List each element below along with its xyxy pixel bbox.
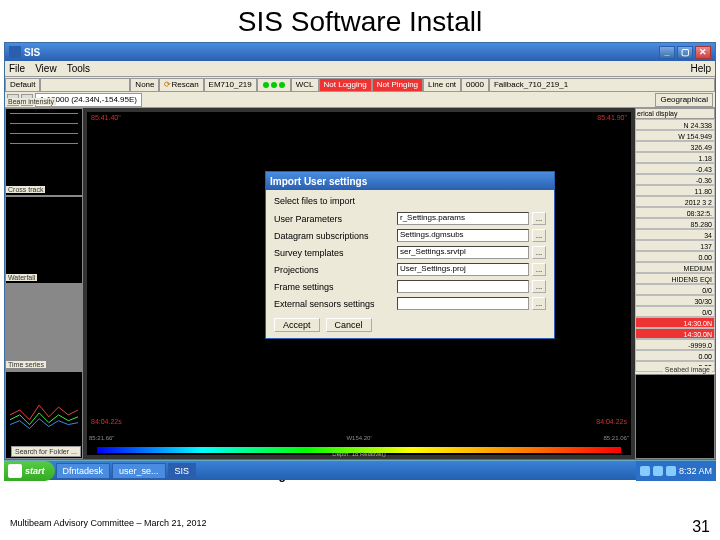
numerical-value: 30/30 [635,295,715,306]
waterfall-panel[interactable]: Waterfall [5,284,83,372]
field-label: User Parameters [274,214,394,224]
field-label: External sensors settings [274,299,394,309]
coord-bl: 84:04.22s [91,418,122,425]
app-icon [9,46,21,58]
numerical-value: -9999.0 [635,339,715,350]
menu-help[interactable]: Help [690,63,711,74]
accept-button[interactable]: Accept [274,318,320,332]
taskbar-item[interactable]: user_se... [112,463,166,479]
status-gap [40,78,130,92]
menu-view[interactable]: View [35,63,57,74]
import-user-settings-dialog: Import User settings Select files to imp… [265,171,555,339]
start-button[interactable]: start [4,461,55,481]
seabed-image-panel[interactable]: Seabed image [635,374,715,459]
secondary-toolbar: 1 10000 (24.34N,-154.95E) Geographical [5,92,715,108]
field-label: Frame settings [274,282,394,292]
taskbar: start Dfntadeskuser_se...SIS 8:32 AM [4,460,716,480]
window-title: SIS [24,47,40,58]
maximize-button[interactable]: ▢ [677,46,693,59]
numerical-value: 0/0 [635,306,715,317]
coord-tr: 85:41.90" [597,114,627,121]
depth-label: Depth: 18 Relative() [332,451,385,457]
menu-tools[interactable]: Tools [67,63,90,74]
tray-icon[interactable] [640,466,650,476]
numerical-value: 137 [635,240,715,251]
numerical-value: MEDIUM [635,262,715,273]
panel-title: erical display [635,108,715,119]
file-field[interactable]: Settings.dgmsubs [397,229,529,242]
browse-button[interactable]: ... [532,280,546,293]
browse-button[interactable]: ... [532,263,546,276]
sis-app-window: SIS _ ▢ ✕ File View Tools Help Default N… [4,42,716,460]
footer-left: Multibeam Advisory Committee – March 21,… [10,518,207,536]
status-not-logging[interactable]: Not Logging [319,78,372,92]
numerical-value: -0.43 [635,163,715,174]
status-bar: Default None ⟳Rescan EM710_219 WCL Not L… [5,76,715,92]
field-label: Datagram subscriptions [274,231,394,241]
status-wcl[interactable]: WCL [291,78,319,92]
page-number: 31 [692,518,710,536]
numerical-value: 0.00 [635,251,715,262]
taskbar-item[interactable]: Dfntadesk [56,463,111,479]
dialog-row: Frame settings... [274,278,546,295]
numerical-display-panel: erical display N 24.338W 154.949326.491.… [635,108,715,459]
beam-intensity-panel[interactable]: Beam intensity [5,108,83,196]
browse-button[interactable]: ... [532,229,546,242]
tray-icon[interactable] [653,466,663,476]
status-rescan[interactable]: ⟳Rescan [159,78,203,92]
windows-logo-icon [8,464,22,478]
file-field[interactable] [397,297,529,310]
dialog-row: External sensors settings... [274,295,546,312]
status-not-pinging[interactable]: Not Pinging [372,78,423,92]
numerical-value: W 154.949 [635,130,715,141]
left-pane: Beam intensity Cross track Waterfall Tim… [5,108,83,459]
browse-button[interactable]: ... [532,297,546,310]
status-survey[interactable]: EM710_219 [204,78,257,92]
panel-title: Waterfall [6,274,37,281]
status-default[interactable]: Default [5,78,40,92]
numerical-value: 0.00 [635,350,715,361]
status-leds [257,78,291,92]
tray-icon[interactable] [666,466,676,476]
numerical-value: 2012 3 2 [635,196,715,207]
minimize-button[interactable]: _ [659,46,675,59]
numerical-value: N 24.338 [635,119,715,130]
dialog-row: Survey templatesser_Settings.srvtpl... [274,244,546,261]
field-label: Survey templates [274,248,394,258]
panel-title: Time series [6,361,46,368]
browse-button[interactable]: ... [532,212,546,225]
panel-title: Cross track [6,186,45,193]
file-field[interactable]: ser_Settings.srvtpl [397,246,529,259]
taskbar-item[interactable]: SIS [168,463,197,479]
status-line-cnt-label: Line cnt [423,78,461,92]
panel-title: Beam intensity [6,98,56,105]
browse-button[interactable]: ... [532,246,546,259]
menubar: File View Tools Help [5,61,715,76]
numerical-value: 14:30.0N [635,317,715,328]
cross-track-panel[interactable]: Cross track [5,196,83,284]
slide-title: SIS Software Install [0,0,720,42]
slide-footer: Multibeam Advisory Committee – March 21,… [0,518,720,536]
status-fallback[interactable]: Fallback_710_219_1 [489,78,715,92]
system-tray[interactable]: 8:32 AM [636,461,716,481]
menu-file[interactable]: File [9,63,25,74]
file-field[interactable]: User_Settings.proj [397,263,529,276]
status-line-cnt-value: 0000 [461,78,489,92]
field-label: Projections [274,265,394,275]
numerical-value: 326.49 [635,141,715,152]
dialog-row: Datagram subscriptionsSettings.dgmsubs..… [274,227,546,244]
dialog-header: Select files to import [274,196,546,206]
projection-dropdown[interactable]: Geographical [655,93,713,107]
status-none[interactable]: None [130,78,159,92]
dialog-titlebar[interactable]: Import User settings [266,172,554,190]
file-field[interactable]: r_Settings.params [397,212,529,225]
numerical-value: 08:32:5. [635,207,715,218]
coord-br: 84:04.22s [596,418,627,425]
close-button[interactable]: ✕ [695,46,711,59]
dialog-row: ProjectionsUser_Settings.proj... [274,261,546,278]
panel-title: Seabed image [663,366,712,373]
numerical-value: 0/0 [635,284,715,295]
numerical-value: 1.18 [635,152,715,163]
cancel-button[interactable]: Cancel [326,318,372,332]
frame-settings-field[interactable] [397,280,529,293]
